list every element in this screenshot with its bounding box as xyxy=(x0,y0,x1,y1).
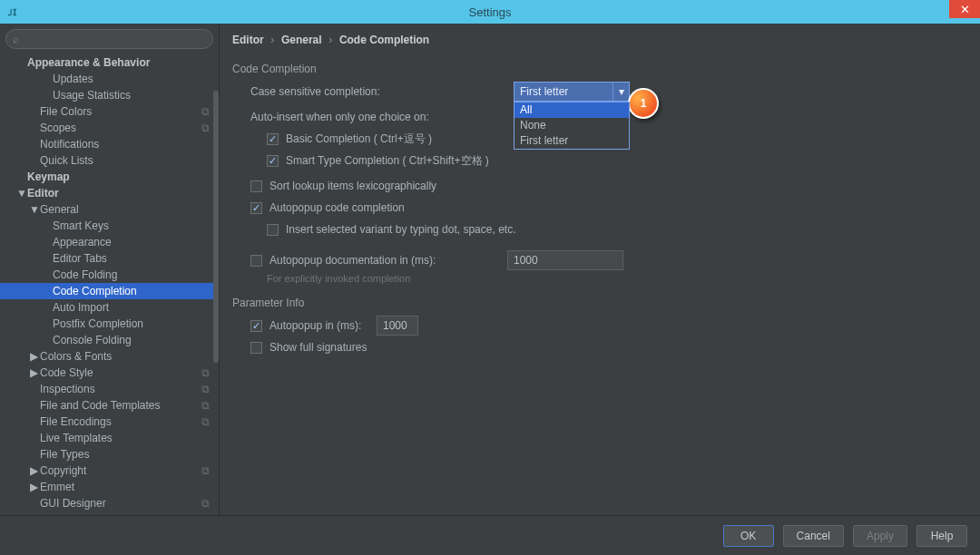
tree-item-label: Postfix Completion xyxy=(53,316,143,332)
tree-item-label: Code Folding xyxy=(53,267,117,283)
project-scope-icon: ⧉ xyxy=(201,381,210,397)
full-signatures-checkbox[interactable] xyxy=(250,342,262,354)
row-param-autopopup: Autopopup in (ms): xyxy=(232,315,967,336)
case-sensitive-label: Case sensitive completion: xyxy=(250,85,514,98)
smart-completion-checkbox[interactable] xyxy=(267,155,279,167)
case-sensitive-dropdown[interactable]: AllNoneFirst letter xyxy=(514,102,630,150)
tree-item-gui-designer[interactable]: GUI Designer⧉ xyxy=(0,495,219,511)
tree-item-updates[interactable]: Updates xyxy=(0,71,219,87)
tree-item-label: Editor xyxy=(27,185,59,201)
sort-lookup-checkbox[interactable] xyxy=(250,180,262,192)
row-full-signatures: Show full signatures xyxy=(232,336,967,358)
tree-item-label: Code Completion xyxy=(53,283,137,299)
param-autopopup-checkbox[interactable] xyxy=(250,320,262,332)
row-insert-variant: Insert selected variant by typing dot, s… xyxy=(232,219,967,240)
tree-item-console-folding[interactable]: Console Folding xyxy=(0,332,219,348)
tree-item-notifications[interactable]: Notifications xyxy=(0,136,219,152)
breadcrumb-general[interactable]: General xyxy=(281,34,322,46)
smart-completion-label: Smart Type Completion ( Ctrl+Shift+空格 ) xyxy=(286,153,489,169)
tree-item-label: File and Code Templates xyxy=(40,397,161,414)
window-title: Settings xyxy=(469,5,512,19)
tree-item-code-folding[interactable]: Code Folding xyxy=(0,267,219,283)
auto-insert-label: Auto-insert when only one choice on: xyxy=(250,111,429,123)
tree-item-label: General xyxy=(40,201,79,218)
case-sensitive-select[interactable]: First letter ▾ xyxy=(514,82,630,102)
titlebar: ᴊɪ Settings ✕ xyxy=(0,0,980,24)
tree-item-postfix-completion[interactable]: Postfix Completion xyxy=(0,316,219,332)
chevron-right-icon[interactable]: ▶ xyxy=(29,365,38,381)
row-case-sensitive: Case sensitive completion: First letter … xyxy=(232,81,967,102)
tree-item-inspections[interactable]: Inspections⧉ xyxy=(0,381,219,397)
chevron-right-icon[interactable]: ▶ xyxy=(29,479,38,495)
tree-item-label: Auto Import xyxy=(53,299,109,316)
tree-item-code-completion[interactable]: Code Completion xyxy=(0,283,219,299)
chevron-right-icon[interactable]: ▶ xyxy=(29,348,38,365)
basic-completion-checkbox[interactable] xyxy=(267,133,279,145)
tree-item-auto-import[interactable]: Auto Import xyxy=(0,299,219,316)
autopopup-doc-label: Autopopup documentation in (ms): xyxy=(270,254,507,267)
tree-item-label: Console Folding xyxy=(53,332,132,348)
project-scope-icon: ⧉ xyxy=(201,462,210,479)
search-wrap: ⌕ xyxy=(0,24,219,54)
tree-item-label: Appearance xyxy=(53,234,112,250)
tree-item-colors-fonts[interactable]: ▶Colors & Fonts xyxy=(0,348,219,365)
tree-item-file-colors[interactable]: File Colors⧉ xyxy=(0,103,219,120)
search-input[interactable] xyxy=(5,29,213,49)
dropdown-option-first-letter[interactable]: First letter xyxy=(514,133,629,149)
tree-item-label: Code Style xyxy=(40,365,93,381)
autopopup-completion-label: Autopopup code completion xyxy=(270,201,405,214)
ok-button[interactable]: OK xyxy=(723,525,774,547)
app-icon: ᴊɪ xyxy=(0,0,24,24)
apply-button[interactable]: Apply xyxy=(853,525,907,547)
dropdown-option-none[interactable]: None xyxy=(514,118,629,133)
tree-item-usage-statistics[interactable]: Usage Statistics xyxy=(0,87,219,103)
breadcrumb-sep: › xyxy=(267,34,278,46)
tree-item-appearance[interactable]: Appearance xyxy=(0,234,219,250)
annotation-badge-1: 1 xyxy=(628,88,659,119)
tree-item-keymap[interactable]: Keymap xyxy=(0,169,219,185)
insert-variant-checkbox[interactable] xyxy=(267,224,279,236)
row-autopopup-completion: Autopopup code completion xyxy=(232,197,967,219)
cancel-button[interactable]: Cancel xyxy=(783,525,844,547)
chevron-down-icon[interactable]: ▾ xyxy=(612,83,629,101)
dialog-footer: OK Cancel Apply Help xyxy=(0,515,980,555)
dropdown-option-all[interactable]: All xyxy=(514,102,629,118)
tree-item-emmet[interactable]: ▶Emmet xyxy=(0,479,219,495)
breadcrumb-code-completion: Code Completion xyxy=(339,34,429,46)
chevron-down-icon[interactable]: ▼ xyxy=(29,201,38,218)
tree-item-label: File Encodings xyxy=(40,414,112,430)
tree-item-label: Keymap xyxy=(27,169,70,185)
chevron-down-icon[interactable]: ▼ xyxy=(16,185,25,201)
tree-item-general[interactable]: ▼General xyxy=(0,201,219,218)
tree-item-copyright[interactable]: ▶Copyright⧉ xyxy=(0,462,219,479)
full-signatures-label: Show full signatures xyxy=(270,341,367,354)
autopopup-completion-checkbox[interactable] xyxy=(250,202,262,214)
project-scope-icon: ⧉ xyxy=(201,103,210,120)
param-autopopup-input[interactable] xyxy=(377,316,418,336)
tree-scrollbar[interactable] xyxy=(213,54,219,515)
tree-item-quick-lists[interactable]: Quick Lists xyxy=(0,152,219,169)
breadcrumb-editor[interactable]: Editor xyxy=(232,34,264,46)
tree-item-file-and-code-templates[interactable]: File and Code Templates⧉ xyxy=(0,397,219,414)
content: Code Completion Case sensitive completio… xyxy=(220,55,980,515)
tree-item-editor-tabs[interactable]: Editor Tabs xyxy=(0,250,219,267)
window-close-button[interactable]: ✕ xyxy=(949,0,980,18)
tree-item-appearance-behavior[interactable]: Appearance & Behavior xyxy=(0,54,219,71)
sort-lookup-label: Sort lookup items lexicographically xyxy=(270,180,436,192)
tree-item-scopes[interactable]: Scopes⧉ xyxy=(0,120,219,136)
autopopup-doc-input[interactable] xyxy=(507,250,623,270)
tree-item-code-style[interactable]: ▶Code Style⧉ xyxy=(0,365,219,381)
tree-item-editor[interactable]: ▼Editor xyxy=(0,185,219,201)
tree-scrollbar-thumb[interactable] xyxy=(213,91,219,363)
autopopup-doc-checkbox[interactable] xyxy=(250,255,262,267)
tree-item-label: File Colors xyxy=(40,103,92,120)
tree-item-live-templates[interactable]: Live Templates xyxy=(0,430,219,446)
chevron-right-icon[interactable]: ▶ xyxy=(29,462,38,479)
project-scope-icon: ⧉ xyxy=(201,365,210,381)
tree-item-smart-keys[interactable]: Smart Keys xyxy=(0,218,219,234)
help-button[interactable]: Help xyxy=(916,525,967,547)
param-autopopup-label: Autopopup in (ms): xyxy=(270,319,377,332)
tree-item-file-encodings[interactable]: File Encodings⧉ xyxy=(0,414,219,430)
project-scope-icon: ⧉ xyxy=(201,495,210,511)
tree-item-file-types[interactable]: File Types xyxy=(0,446,219,462)
